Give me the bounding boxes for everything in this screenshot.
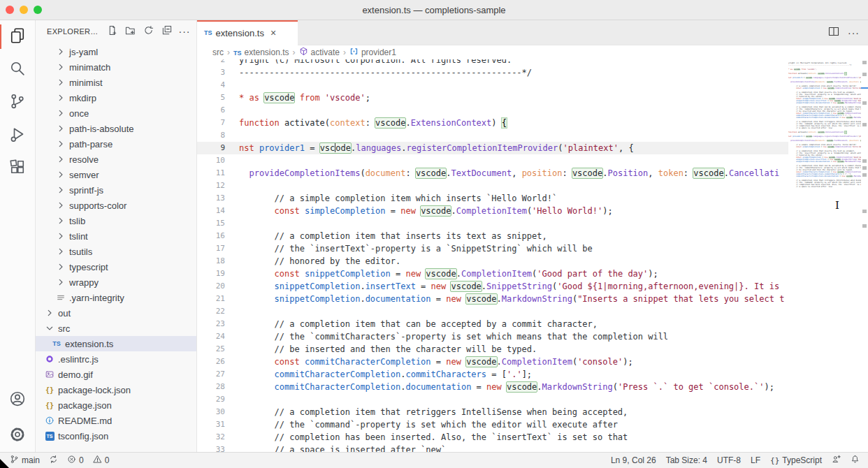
code-editor[interactable]: 2yright (c) Microsoft Corporation. All r… [197,59,868,452]
code-line-3[interactable]: 3---------------------------------------… [197,66,788,79]
status-notifications[interactable] [851,455,860,466]
status-branch[interactable]: main [10,455,40,466]
code-line-14[interactable]: 14 const simpleCompletion = new vscode.C… [197,205,788,217]
line-number[interactable]: 9 [197,142,225,154]
code-line-20[interactable]: 20 snippetCompletion.insertText = new vs… [197,280,788,293]
tree-item-minimatch[interactable]: minimatch [36,59,196,75]
status-indentation[interactable]: Tab Size: 4 [666,455,707,465]
activity-item-extensions[interactable] [0,152,35,184]
line-number[interactable]: 32 [197,431,225,444]
tree-item-js-yaml[interactable]: js-yaml [36,44,196,59]
line-number[interactable]: 23 [197,318,225,330]
line-number[interactable]: 3 [197,66,225,79]
line-number[interactable]: 17 [197,242,225,255]
code-line-24[interactable]: 24 // the `commitCharacters`-property is… [197,330,788,343]
split-editor-button[interactable] [828,26,839,40]
code-line-28[interactable]: 28 commitCharacterCompletion.documentati… [197,381,788,393]
line-number[interactable]: 26 [197,356,225,368]
line-number[interactable]: 7 [197,117,225,129]
line-number[interactable]: 33 [197,444,225,452]
tree-item-mkdirp[interactable]: mkdirp [36,90,196,105]
status-warnings[interactable]: 0 [93,455,110,466]
code-line-16[interactable]: 16 // a completion item that inserts its… [197,230,788,242]
code-line-8[interactable]: 8 [197,129,788,142]
activity-item-source-control[interactable] [0,86,35,119]
code-line-25[interactable]: 25 // be inserted and then the character… [197,343,788,356]
code-line-5[interactable]: 5* as vscode from 'vscode'; [197,92,788,104]
status-encoding[interactable]: UTF-8 [717,455,741,465]
line-number[interactable]: 11 [197,167,225,180]
code-line-21[interactable]: 21 snippetCompletion.documentation = new… [197,293,788,305]
activity-item-accounts[interactable] [0,383,35,416]
tree-item-extension.ts[interactable]: TSextension.ts [36,336,196,351]
line-number[interactable]: 20 [197,280,225,293]
status-feedback[interactable] [832,455,841,466]
tree-item-out[interactable]: out [36,305,196,321]
line-number[interactable]: 31 [197,418,225,431]
breadcrumb-item-activate[interactable]: activate [299,47,340,58]
code-line-29[interactable]: 29 [197,393,788,406]
tree-item-supports-color[interactable]: supports-color [36,198,196,213]
tree-item-package.json[interactable]: {}package.json [36,397,196,413]
collapse-folders-button[interactable] [160,25,173,38]
tree-item-sprintf-js[interactable]: sprintf-js [36,182,196,198]
new-file-button[interactable] [106,25,118,38]
code-line-13[interactable]: 13 // a simple completion item which ins… [197,192,788,205]
tree-item-tslint[interactable]: tslint [36,228,196,244]
code-line-27[interactable]: 27 commitCharacterCompletion.commitChara… [197,368,788,381]
tree-item-wrappy[interactable]: wrappy [36,275,196,290]
code-line-6[interactable]: 6 [197,104,788,117]
code-line-9[interactable]: 9nst provider1 = vscode.languages.regist… [197,142,788,154]
activity-item-explorer[interactable] [0,20,35,53]
tree-item-typescript[interactable]: typescript [36,259,196,275]
line-number[interactable]: 12 [197,180,225,192]
line-number[interactable]: 19 [197,268,225,280]
breadcrumb-item-extension.ts[interactable]: TSextension.ts [233,47,289,57]
tree-item-package-lock.json[interactable]: {}package-lock.json [36,382,196,397]
line-number[interactable]: 10 [197,154,225,167]
code-line-15[interactable]: 15 [197,217,788,230]
tree-item-path-parse[interactable]: path-parse [36,136,196,152]
more-actions-button[interactable]: ··· [848,27,860,39]
status-sync[interactable] [49,455,58,466]
more-actions-button[interactable]: ··· [178,25,191,38]
tree-item-once[interactable]: once [36,105,196,121]
line-number[interactable]: 25 [197,343,225,356]
code-line-11[interactable]: 11 provideCompletionItems(document: vsco… [197,167,788,180]
line-number[interactable]: 15 [197,217,225,230]
activity-item-settings[interactable] [0,419,35,452]
line-number[interactable]: 30 [197,406,225,418]
line-number[interactable]: 24 [197,330,225,343]
status-language-mode[interactable]: {}TypeScript [770,455,822,465]
status-eol[interactable]: LF [751,455,760,465]
tree-item-resolve[interactable]: resolve [36,152,196,167]
line-number[interactable]: 2 [197,59,225,66]
tree-item-.eslintrc.js[interactable]: .eslintrc.js [36,351,196,367]
line-number[interactable]: 6 [197,104,225,117]
code-line-30[interactable]: 30 // a completion item that retriggers … [197,406,788,418]
line-number[interactable]: 16 [197,230,225,242]
tree-item-src[interactable]: src [36,321,196,336]
line-number[interactable]: 28 [197,381,225,393]
tree-item-minimist[interactable]: minimist [36,75,196,90]
status-cursor-position[interactable]: Ln 9, Col 26 [611,455,656,465]
code-line-26[interactable]: 26 const commitCharacterCompletion = new… [197,356,788,368]
code-line-12[interactable]: 12 [197,180,788,192]
status-errors[interactable]: 0 [67,455,84,466]
line-number[interactable]: 22 [197,305,225,318]
code-line-18[interactable]: 18 // honored by the editor. [197,255,788,268]
refresh-button[interactable] [142,25,154,38]
new-folder-button[interactable] [124,25,136,38]
line-number[interactable]: 13 [197,192,225,205]
line-number[interactable]: 5 [197,92,225,104]
line-number[interactable]: 18 [197,255,225,268]
code-line-4[interactable]: 4 [197,79,788,92]
activity-item-run-debug[interactable] [0,119,35,152]
tree-item-.yarn-integrity[interactable]: .yarn-integrity [36,290,196,305]
code-line-23[interactable]: 23 // a completion item that can be acce… [197,318,788,330]
code-line-2[interactable]: 2yright (c) Microsoft Corporation. All r… [197,59,788,66]
line-number[interactable]: 21 [197,293,225,305]
line-number[interactable]: 4 [197,79,225,92]
line-number[interactable]: 27 [197,368,225,381]
code-line-22[interactable]: 22 [197,305,788,318]
